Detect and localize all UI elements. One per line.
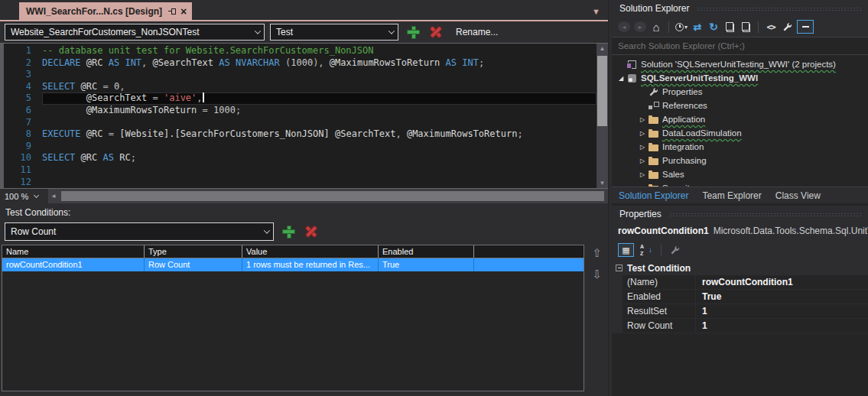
- editor-vertical-scrollbar[interactable]: ▲ ▼: [597, 44, 608, 188]
- collapsed-arrow-icon[interactable]: ▷: [637, 116, 648, 123]
- property-row[interactable]: ResultSet1: [612, 304, 868, 319]
- tree-item-purchasing[interactable]: ▷Purchasing: [612, 154, 868, 167]
- code-lines[interactable]: 1-- database unit test for Website.Searc…: [4, 44, 597, 188]
- collapsed-arrow-icon[interactable]: ▷: [637, 144, 648, 151]
- move-condition-down-icon[interactable]: ⇩: [592, 269, 602, 280]
- scrollbar-thumb[interactable]: [61, 191, 604, 201]
- delete-test-icon[interactable]: [430, 27, 442, 38]
- column-header[interactable]: Enabled: [379, 245, 474, 258]
- code-line[interactable]: 3: [4, 69, 597, 81]
- delete-condition-icon[interactable]: [305, 226, 317, 238]
- back-icon[interactable]: ◄: [618, 21, 630, 32]
- property-row[interactable]: Row Count1: [612, 319, 868, 333]
- code-line[interactable]: 9: [4, 141, 597, 153]
- scope-select[interactable]: Test: [270, 24, 398, 41]
- tree-item-properties[interactable]: Properties: [612, 85, 868, 99]
- condition-type-select[interactable]: Row Count: [5, 222, 274, 241]
- scroll-left-icon[interactable]: ◄: [50, 189, 57, 203]
- table-cell[interactable]: Row Count: [145, 258, 242, 271]
- table-cell[interactable]: True: [379, 258, 474, 271]
- code-line[interactable]: 7: [4, 117, 597, 129]
- tab-team-explorer[interactable]: Team Explorer: [695, 190, 768, 201]
- column-header[interactable]: Name: [2, 245, 145, 258]
- pending-changes-filter-icon[interactable]: ▾: [675, 20, 688, 34]
- code-line[interactable]: 6 @MaximumRowsToReturn = 1000;: [4, 105, 597, 117]
- collapsed-arrow-icon[interactable]: ▷: [637, 157, 648, 164]
- tree-item-sales[interactable]: ▷Sales: [612, 167, 868, 181]
- scroll-down-icon[interactable]: ▼: [597, 180, 608, 187]
- toolbar-separator: [758, 21, 759, 33]
- scroll-up-icon[interactable]: ▲: [597, 45, 608, 52]
- pin-icon[interactable]: [168, 8, 177, 15]
- refresh-icon[interactable]: ↻: [707, 20, 720, 34]
- wrench-icon: [648, 87, 659, 97]
- property-value[interactable]: 1: [696, 306, 868, 316]
- tree-item-security[interactable]: ▷Security: [612, 181, 868, 187]
- table-row[interactable]: rowCountCondition1Row Count1 rows must b…: [2, 258, 584, 271]
- property-row[interactable]: EnabledTrue: [612, 290, 868, 304]
- table-cell[interactable]: rowCountCondition1: [2, 258, 145, 271]
- test-name-select[interactable]: Website_SearchForCustomers_NonJSONTest: [5, 24, 265, 41]
- search-input[interactable]: [612, 37, 868, 54]
- code-line[interactable]: 8EXECUTE @RC = [Website].[SearchForCusto…: [4, 128, 597, 141]
- property-row[interactable]: (Name)rowCountCondition1: [612, 275, 868, 290]
- code-line[interactable]: 1-- database unit test for Website.Searc…: [4, 45, 597, 57]
- tab-solution-explorer[interactable]: Solution Explorer: [612, 190, 695, 201]
- code-line[interactable]: 10SELECT @RC AS RC;: [4, 152, 597, 164]
- tab-class-view[interactable]: Class View: [769, 190, 827, 201]
- preview-selected-items-toggle[interactable]: [797, 20, 814, 34]
- sync-with-active-document-icon[interactable]: ⇄: [691, 20, 704, 34]
- tree-item-application[interactable]: ▷Application: [612, 112, 868, 126]
- column-header[interactable]: Value: [242, 245, 379, 258]
- editor-horizontal-scrollbar[interactable]: ◄: [49, 189, 608, 203]
- code-line[interactable]: 5 @SearchText = 'aive',: [4, 93, 597, 105]
- editor-zoom-select[interactable]: 100 %: [0, 189, 49, 203]
- rename-button[interactable]: Rename...: [456, 27, 498, 37]
- add-test-icon[interactable]: [408, 27, 419, 38]
- property-value[interactable]: rowCountCondition1: [696, 277, 868, 287]
- forward-icon[interactable]: ►: [634, 21, 646, 32]
- tree-item-references[interactable]: References: [612, 99, 868, 112]
- tree-item-solution-sqlserverunittesting-[interactable]: Solution 'SQLServerUnitTesting_WWI' (2 p…: [612, 57, 868, 71]
- move-condition-up-icon[interactable]: ⇧: [592, 248, 602, 258]
- add-condition-icon[interactable]: [283, 226, 294, 238]
- table-cell[interactable]: 1 rows must be returned in Res...: [242, 258, 379, 271]
- line-number: 10: [4, 152, 42, 164]
- tree-item-sqlserverunittesting-wwi[interactable]: ◢SQLServerUnitTesting_WWI: [612, 71, 868, 85]
- test-conditions-toolbar: Row Count: [0, 220, 608, 243]
- collapsed-arrow-icon[interactable]: ▷: [637, 130, 648, 137]
- code-line[interactable]: 4SELECT @RC = 0,: [4, 81, 597, 93]
- home-icon[interactable]: ⌂: [650, 20, 662, 34]
- property-category-row[interactable]: Test Condition: [612, 261, 868, 275]
- property-pages-wrench-icon[interactable]: [668, 243, 681, 257]
- collapse-category-icon[interactable]: [616, 265, 623, 271]
- code-text: DECLARE @RC AS INT, @SearchText AS NVARC…: [42, 57, 597, 70]
- solution-explorer-search[interactable]: [612, 37, 868, 55]
- column-header[interactable]: Type: [145, 245, 242, 258]
- categorized-view-icon[interactable]: ▦: [618, 243, 634, 257]
- show-all-files-icon[interactable]: [740, 20, 752, 34]
- property-value[interactable]: 1: [696, 320, 868, 331]
- property-value[interactable]: True: [696, 291, 868, 302]
- code-text: [42, 117, 597, 129]
- expanded-arrow-icon[interactable]: ◢: [616, 75, 626, 82]
- document-list-dropdown-icon[interactable]: ▼: [592, 7, 600, 16]
- chevron-down-icon: [260, 229, 273, 234]
- properties-object-select[interactable]: rowCountCondition1 Microsoft.Data.Tools.…: [612, 222, 868, 239]
- tree-item-integration[interactable]: ▷Integration: [612, 140, 868, 154]
- collapsed-arrow-icon[interactable]: ▷: [637, 171, 648, 178]
- close-icon[interactable]: ×: [180, 7, 187, 16]
- code-line[interactable]: 12: [4, 177, 597, 188]
- collapse-all-icon[interactable]: [723, 20, 736, 34]
- test-conditions-table[interactable]: NameTypeValueEnabled rowCountCondition1R…: [2, 245, 584, 391]
- scrollbar-thumb[interactable]: [597, 56, 607, 126]
- sql-editor[interactable]: 1-- database unit test for Website.Searc…: [0, 43, 608, 189]
- properties-wrench-icon[interactable]: [781, 20, 793, 34]
- view-code-icon[interactable]: <>: [765, 20, 777, 34]
- test-designer-panel: WWI_SearchFor...N.cs [Design] × ▼ Websit…: [0, 0, 608, 396]
- code-line[interactable]: 2DECLARE @RC AS INT, @SearchText AS NVAR…: [4, 57, 597, 70]
- code-line[interactable]: 11: [4, 164, 597, 177]
- alphabetical-sort-icon[interactable]: AZ↓: [639, 244, 654, 256]
- document-tab[interactable]: WWI_SearchFor...N.cs [Design] ×: [19, 2, 192, 20]
- tree-item-dataloadsimulation[interactable]: ▷DataLoadSimulation: [612, 126, 868, 140]
